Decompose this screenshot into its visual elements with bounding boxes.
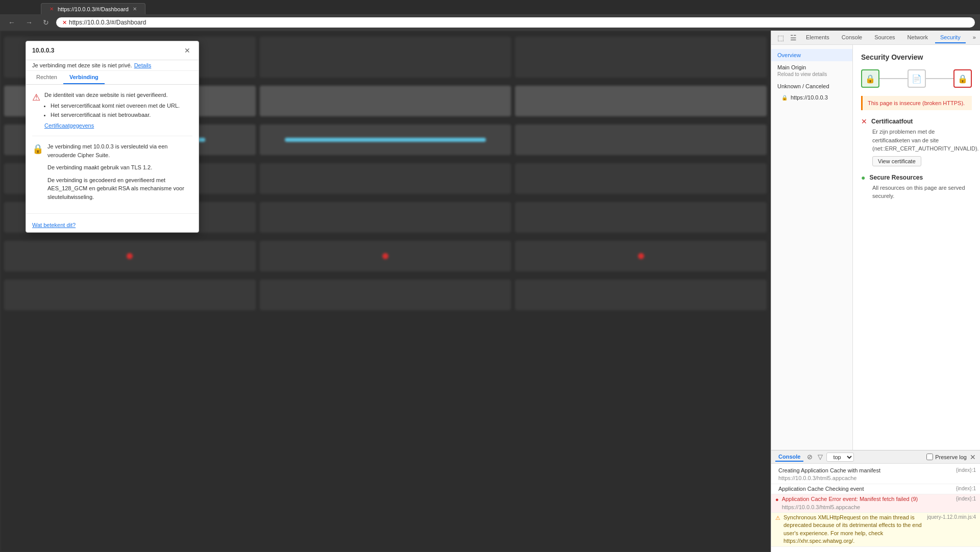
tab-icon: ✕ <box>50 6 54 12</box>
browser-tab[interactable]: ✕ https://10.0.0.3/#/Dashboard ✕ <box>41 3 145 14</box>
nav-back-button[interactable]: ← <box>5 17 18 28</box>
conn-middle-icon: 📄 <box>912 74 922 84</box>
devtools-tab-elements[interactable]: Elements <box>801 32 835 43</box>
popup-cert-link[interactable]: Certificaatgegevens <box>44 122 94 129</box>
address-bar-row: ← → ↻ ✕ https://10.0.0.3/#/Dashboard <box>0 14 980 31</box>
preserve-log-checkbox[interactable] <box>926 454 933 460</box>
cert-error-body: Er zijn problemen met de certificaatkete… <box>861 128 972 166</box>
sidebar-item-main-origin[interactable]: Main Origin Reload to view details <box>771 61 852 80</box>
dash-card-20 <box>260 280 511 310</box>
popup-bullet-2: Het servercertificaat is niet betrouwbaa… <box>51 111 180 119</box>
cert-error-title: Certificaatfout <box>871 118 913 125</box>
address-bar[interactable]: ✕ https://10.0.0.3/#/Dashboard <box>56 17 975 28</box>
sidebar-child-lock-icon: 🔒 <box>781 95 788 101</box>
console-msg-line-2a: Application Cache Error event: Manifest … <box>782 495 953 503</box>
tab-title: https://10.0.0.3/#/Dashboard <box>58 6 129 12</box>
devtools-tab-console[interactable]: Console <box>837 32 867 43</box>
devtools-toolbar: ⬚ ☱ Elements Console Sources Network Sec… <box>771 31 980 45</box>
devtools-tab-network[interactable]: Network <box>902 32 933 43</box>
dash-card-19 <box>4 280 256 310</box>
insecure-message: This page is insecure (broken HTTPS). <box>868 100 965 106</box>
sidebar-reload-label: Reload to view details <box>777 71 846 77</box>
sidebar-child-url-label: https://10.0.0.3 <box>791 94 828 101</box>
popup-section-identity-text: De identiteit van deze website is niet g… <box>44 91 180 130</box>
console-msg-link-2[interactable]: {index}:1 <box>956 495 976 503</box>
cert-error-text: Er zijn problemen met de certificaatkete… <box>872 129 979 152</box>
cert-error-icon: ✕ <box>861 117 867 126</box>
console-right: Preserve log ✕ <box>926 453 976 461</box>
security-popup: 10.0.0.3 ✕ Je verbinding met deze site i… <box>26 41 199 233</box>
popup-section-ok-icon: 🔒 <box>32 143 43 155</box>
dash-card-9 <box>515 124 767 155</box>
security-overview-title: Security Overview <box>861 53 972 61</box>
console-filter-icon[interactable]: ⊘ <box>805 453 814 461</box>
secure-resources-icon: ● <box>861 173 865 182</box>
console-tab-label[interactable]: Console <box>775 453 803 462</box>
popup-bullet-1: Het servercertificaat komt niet overeen … <box>51 102 180 110</box>
console-msg-link-3[interactable]: jquery-1.12.0.min.js:4 <box>927 514 976 521</box>
conn-box-right: 🔒 <box>953 69 972 88</box>
sidebar-unknown-label: Unknown / Canceled <box>777 83 846 89</box>
tab-bar: ✕ https://10.0.0.3/#/Dashboard ✕ <box>0 0 980 14</box>
security-section-cert-error: ✕ Certificaatfout Er zijn problemen met … <box>861 117 972 166</box>
msg-icon-2: ● <box>775 496 779 504</box>
dash-card-17 <box>260 241 511 271</box>
sidebar-main-origin-label: Main Origin <box>777 64 846 70</box>
dash-card-18 <box>515 241 767 271</box>
tab-close-icon[interactable]: ✕ <box>133 6 137 12</box>
console-message-1: Application Cache Checking event {index}… <box>771 484 980 494</box>
popup-tab-rechten[interactable]: Rechten <box>30 71 63 84</box>
console-msg-link-0[interactable]: {index}:1 <box>956 467 976 474</box>
secure-resources-text: All resources on this page are served se… <box>872 185 965 199</box>
dash-card-8 <box>260 124 511 155</box>
console-msg-link-1[interactable]: {index}:1 <box>956 485 976 492</box>
sidebar-overview-label: Overview <box>777 52 846 58</box>
conn-box-left: 🔒 <box>861 69 879 88</box>
popup-section-connection-text: Je verbinding met 10.0.0.3 is versleutel… <box>47 142 192 201</box>
console-message-2: ● Application Cache Error event: Manifes… <box>771 494 980 513</box>
popup-bottom-link[interactable]: Wat betekent dit? <box>32 222 192 228</box>
preserve-log-text: Preserve log <box>935 454 967 460</box>
devtools-tab-sources[interactable]: Sources <box>869 32 900 43</box>
popup-identity-title: De identiteit van deze website is niet g… <box>44 91 180 99</box>
dash-card-14 <box>260 202 511 233</box>
nav-forward-button[interactable]: → <box>22 17 36 28</box>
console-msg-line-0a: Creating Application Cache with manifest <box>778 467 953 474</box>
console-context-selector[interactable]: top <box>826 453 854 462</box>
devtools-inspect-button[interactable]: ⬚ <box>775 33 786 43</box>
dash-card-16 <box>4 241 256 271</box>
devtools-device-button[interactable]: ☱ <box>788 33 799 43</box>
secure-resources-title: Secure Resources <box>869 174 923 181</box>
view-certificate-button[interactable]: View certificate <box>872 156 921 166</box>
console-msg-line-0b: https://10.0.0.3/html5.appcache <box>778 474 953 482</box>
address-lock-icon: ✕ <box>62 19 67 26</box>
console-msg-text-3: Synchronous XMLHttpRequest on the main t… <box>783 514 924 545</box>
dash-card-11 <box>260 163 511 194</box>
popup-close-button[interactable]: ✕ <box>182 45 192 56</box>
conn-box-middle: 📄 <box>908 69 926 88</box>
main-content-area: 10.0.0.3 ✕ Je verbinding met deze site i… <box>0 31 771 552</box>
security-main: Overview Main Origin Reload to view deta… <box>771 45 980 450</box>
popup-subtitle: Je verbinding met deze site is niet priv… <box>32 62 132 68</box>
console-msg-line-2b: https://10.0.0.3/html5.appcache <box>782 504 953 511</box>
console-msg-line-1a: Application Cache Checking event <box>778 485 953 493</box>
dash-card-12 <box>515 163 767 194</box>
sidebar-item-overview[interactable]: Overview <box>771 49 852 61</box>
console-msg-text-2: Application Cache Error event: Manifest … <box>782 495 953 511</box>
sidebar-child-url[interactable]: 🔒 https://10.0.0.3 <box>771 92 852 103</box>
console-close-button[interactable]: ✕ <box>970 453 976 461</box>
console-msg-text-1: Application Cache Checking event <box>778 485 953 493</box>
devtools-tab-security[interactable]: Security <box>935 32 966 43</box>
popup-content: ⚠ De identiteit van deze website is niet… <box>26 85 199 213</box>
dash-card-15 <box>515 202 767 233</box>
sidebar-item-unknown[interactable]: Unknown / Canceled <box>771 80 852 92</box>
popup-details-link[interactable]: Details <box>134 62 152 68</box>
devtools-tab-more[interactable]: » <box>968 32 980 43</box>
popup-tab-verbinding[interactable]: Verbinding <box>63 71 105 84</box>
console-filter-toggle[interactable]: ▽ <box>816 453 824 461</box>
nav-reload-button[interactable]: ↻ <box>40 17 52 28</box>
popup-conn-line1: Je verbinding met 10.0.0.3 is versleutel… <box>47 142 192 159</box>
popup-section-connection: 🔒 Je verbinding met 10.0.0.3 is versleut… <box>32 142 192 207</box>
console-messages: Creating Application Cache with manifest… <box>771 464 980 552</box>
conn-left-icon: 🔒 <box>865 74 875 84</box>
